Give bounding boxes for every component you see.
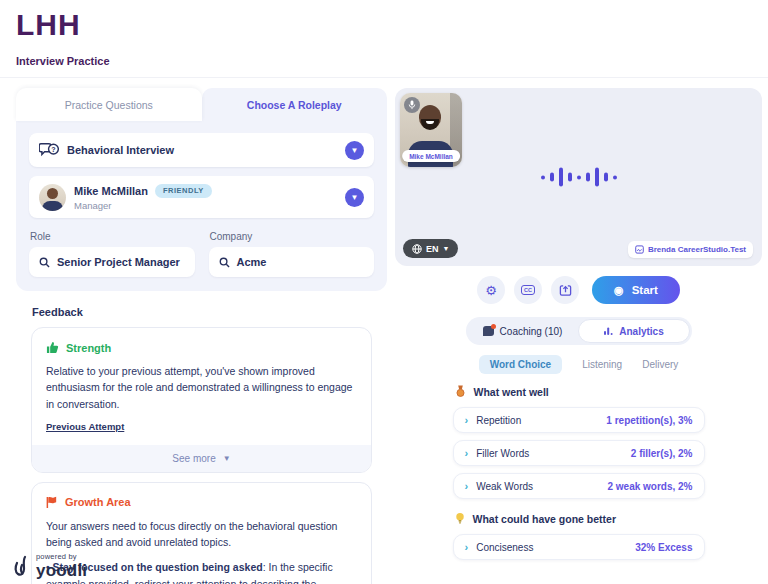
session-panel: Mike McMillan EN ▼ Brenda CareerStudio.T… bbox=[395, 88, 762, 567]
coaching-label: Coaching (10) bbox=[500, 326, 563, 337]
start-button[interactable]: ◉ Start bbox=[592, 276, 680, 304]
chevron-right-icon: › bbox=[465, 541, 469, 553]
tab-practice-questions[interactable]: Practice Questions bbox=[16, 88, 202, 121]
svg-text:?: ? bbox=[51, 146, 55, 154]
powered-by-label: powered by bbox=[36, 553, 87, 561]
metric-row-repetition[interactable]: › Repetition 1 repetition(s), 3% bbox=[453, 407, 705, 433]
tab-analytics[interactable]: Analytics bbox=[578, 319, 690, 343]
start-label: Start bbox=[632, 284, 658, 296]
metric-label: Weak Words bbox=[476, 481, 533, 492]
search-icon bbox=[39, 257, 50, 268]
metric-value: 32% Excess bbox=[635, 542, 692, 553]
metric-label: Repetition bbox=[476, 415, 521, 426]
medal-icon bbox=[455, 385, 466, 398]
coaching-analytics-tabs: Coaching (10) Analytics bbox=[466, 317, 692, 345]
analytics-metrics: What went well › Repetition 1 repetition… bbox=[453, 385, 705, 560]
participant-video-thumbnail[interactable]: Mike McMillan bbox=[400, 93, 462, 167]
roleplay-chat-icon: ? bbox=[39, 142, 59, 158]
strength-card: Strength Relative to your previous attem… bbox=[31, 327, 372, 473]
flag-icon bbox=[46, 496, 58, 509]
role-field-group: Role Senior Project Manager bbox=[29, 227, 195, 277]
video-stage: Mike McMillan EN ▼ Brenda CareerStudio.T… bbox=[395, 88, 762, 266]
interview-practice-app: { "brand": { "logo": "LHH", "page_title"… bbox=[0, 0, 768, 584]
share-upload-icon bbox=[559, 284, 572, 297]
globe-icon bbox=[412, 244, 422, 254]
analytics-subtabs: Word Choice Listening Delivery bbox=[395, 355, 762, 374]
subtab-delivery[interactable]: Delivery bbox=[642, 355, 678, 374]
role-company-fields: Role Senior Project Manager Company Acme bbox=[29, 227, 374, 277]
scenario-chevron-down-icon[interactable]: ▼ bbox=[345, 141, 364, 160]
tab-choose-a-roleplay[interactable]: Choose A Roleplay bbox=[202, 88, 388, 121]
session-branding-pill: Brenda CareerStudio.Test bbox=[628, 241, 753, 258]
session-branding-label: Brenda CareerStudio.Test bbox=[648, 245, 746, 254]
tab-coaching[interactable]: Coaching (10) bbox=[468, 319, 578, 343]
metric-value: 2 filler(s), 2% bbox=[631, 448, 693, 459]
gone-better-heading-row: What could have gone better bbox=[455, 512, 705, 525]
persona-info: Mike McMillan FRIENDLY Manager bbox=[74, 184, 212, 211]
audio-waveform bbox=[541, 168, 617, 187]
language-selector[interactable]: EN ▼ bbox=[403, 239, 458, 258]
thumbs-up-icon bbox=[46, 341, 59, 354]
roleplay-tabs: Practice Questions Choose A Roleplay bbox=[16, 88, 387, 121]
persona-chevron-down-icon[interactable]: ▼ bbox=[345, 188, 364, 207]
persona-name: Mike McMillan bbox=[74, 185, 148, 197]
see-more-label: See more bbox=[172, 453, 215, 464]
persona-role: Manager bbox=[74, 200, 212, 211]
scenario-select[interactable]: ? Behavioral Interview ▼ bbox=[29, 133, 374, 167]
language-value: EN bbox=[426, 244, 439, 254]
company-label: Company bbox=[210, 231, 375, 242]
session-controls: ⚙ CC ◉ Start bbox=[395, 276, 762, 304]
share-screen-button[interactable] bbox=[551, 276, 579, 304]
gear-icon: ⚙ bbox=[485, 283, 497, 298]
search-icon bbox=[219, 257, 230, 268]
signature-icon bbox=[635, 245, 644, 254]
went-well-heading: What went well bbox=[474, 386, 549, 398]
participant-name-pill: Mike McMillan bbox=[402, 150, 460, 162]
bar-chart-icon bbox=[603, 326, 613, 336]
role-label: Role bbox=[30, 231, 195, 242]
persona-friendly-badge: FRIENDLY bbox=[155, 184, 212, 198]
chevron-right-icon: › bbox=[465, 414, 469, 426]
see-more-button[interactable]: See more ▼ bbox=[32, 445, 371, 472]
strength-title: Strength bbox=[66, 342, 111, 354]
metric-row-filler-words[interactable]: › Filler Words 2 filler(s), 2% bbox=[453, 440, 705, 466]
went-well-heading-row: What went well bbox=[455, 385, 705, 398]
strength-body: Relative to your previous attempt, you'v… bbox=[46, 363, 357, 412]
company-field-group: Company Acme bbox=[209, 227, 375, 277]
metric-row-weak-words[interactable]: › Weak Words 2 weak words, 2% bbox=[453, 473, 705, 499]
growth-title: Growth Area bbox=[65, 496, 131, 508]
metric-value: 2 weak words, 2% bbox=[607, 481, 692, 492]
persona-select[interactable]: Mike McMillan FRIENDLY Manager ▼ bbox=[29, 176, 374, 218]
setup-panel: Practice Questions Choose A Roleplay ? B… bbox=[16, 88, 387, 584]
record-icon: ◉ bbox=[614, 285, 624, 296]
app-header: LHH Interview Practice bbox=[0, 0, 768, 78]
subtab-word-choice[interactable]: Word Choice bbox=[479, 355, 562, 374]
powered-by-yoodli: powered by yoodli bbox=[13, 553, 87, 580]
company-input[interactable]: Acme bbox=[209, 247, 375, 277]
gone-better-heading: What could have gone better bbox=[473, 513, 617, 525]
persona-avatar bbox=[39, 184, 66, 211]
lhh-logo: LHH bbox=[16, 8, 81, 42]
settings-button[interactable]: ⚙ bbox=[477, 276, 505, 304]
role-input[interactable]: Senior Project Manager bbox=[29, 247, 195, 277]
coaching-chat-icon bbox=[483, 326, 494, 336]
lightbulb-icon bbox=[455, 512, 465, 525]
roleplay-config-panel: ? Behavioral Interview ▼ Mike McMillan F… bbox=[16, 121, 387, 291]
growth-bullet: • Stay focused on the question being ask… bbox=[46, 559, 357, 584]
captions-button[interactable]: CC bbox=[514, 276, 542, 304]
growth-body: Your answers need to focus directly on t… bbox=[46, 518, 357, 551]
metric-label: Filler Words bbox=[476, 448, 529, 459]
chevron-right-icon: › bbox=[465, 447, 469, 459]
metric-row-conciseness[interactable]: › Conciseness 32% Excess bbox=[453, 534, 705, 560]
yoodli-wordmark: yoodli bbox=[36, 562, 87, 579]
page-title: Interview Practice bbox=[16, 55, 110, 67]
chevron-down-icon: ▼ bbox=[443, 245, 450, 252]
chevron-right-icon: › bbox=[465, 480, 469, 492]
role-value: Senior Project Manager bbox=[57, 256, 180, 268]
subtab-listening[interactable]: Listening bbox=[582, 355, 622, 374]
chevron-down-icon: ▼ bbox=[223, 454, 231, 463]
microphone-icon bbox=[404, 97, 420, 113]
company-value: Acme bbox=[237, 256, 267, 268]
previous-attempt-link[interactable]: Previous Attempt bbox=[46, 421, 124, 432]
yoodli-logo-icon bbox=[13, 555, 31, 579]
